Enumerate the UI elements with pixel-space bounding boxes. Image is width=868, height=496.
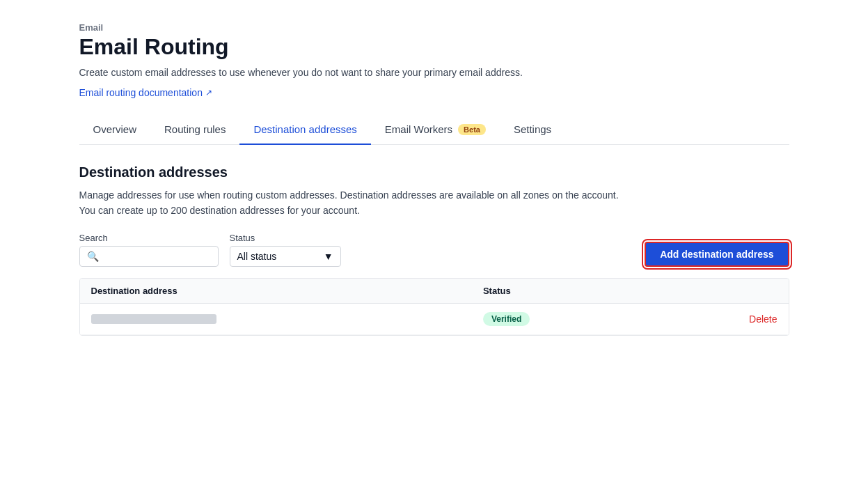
verified-badge: Verified	[483, 312, 530, 326]
search-input-wrap[interactable]: 🔍	[79, 246, 219, 267]
tab-destination-addresses[interactable]: Destination addresses	[239, 115, 370, 145]
col-header-status: Status	[483, 286, 679, 296]
table-cell-address	[91, 314, 483, 324]
status-field-group: Status All status ▼	[230, 233, 341, 267]
page-title: Email Routing	[79, 34, 789, 60]
status-value: All status	[237, 251, 277, 262]
status-label: Status	[230, 233, 341, 243]
table-cell-status: Verified	[483, 312, 679, 326]
section-title: Destination addresses	[79, 164, 789, 180]
search-icon: 🔍	[87, 251, 99, 262]
tab-routing-rules[interactable]: Routing rules	[150, 115, 239, 145]
table-cell-action: Delete	[679, 313, 778, 325]
chevron-down-icon: ▼	[324, 251, 333, 262]
table-row: Verified Delete	[80, 304, 789, 335]
tab-nav: Overview Routing rules Destination addre…	[79, 115, 789, 145]
destination-addresses-table: Destination address Status Verified Dele…	[79, 278, 789, 336]
table-header: Destination address Status	[80, 279, 789, 304]
external-link-icon: ↗	[205, 88, 212, 98]
col-header-action	[679, 286, 778, 296]
beta-badge: Beta	[458, 124, 486, 135]
add-destination-address-button[interactable]: Add destination address	[645, 242, 789, 267]
search-label: Search	[79, 233, 219, 243]
tab-email-workers[interactable]: Email Workers Beta	[371, 115, 500, 145]
page-description: Create custom email addresses to use whe…	[79, 65, 789, 80]
blurred-address	[91, 314, 216, 324]
tab-overview[interactable]: Overview	[79, 115, 151, 145]
doc-link[interactable]: Email routing documentation ↗	[79, 87, 212, 98]
doc-link-text: Email routing documentation	[79, 87, 203, 98]
delete-link[interactable]: Delete	[749, 313, 777, 325]
status-select[interactable]: All status ▼	[230, 246, 341, 267]
search-input[interactable]	[103, 251, 211, 262]
page-subtitle: Email	[79, 22, 789, 33]
tab-settings[interactable]: Settings	[500, 115, 565, 145]
controls-row: Search 🔍 Status All status ▼ Add destina…	[79, 233, 789, 267]
section-description: Manage addresses for use when routing cu…	[79, 187, 789, 219]
search-field-group: Search 🔍	[79, 233, 219, 267]
col-header-address: Destination address	[91, 286, 483, 296]
